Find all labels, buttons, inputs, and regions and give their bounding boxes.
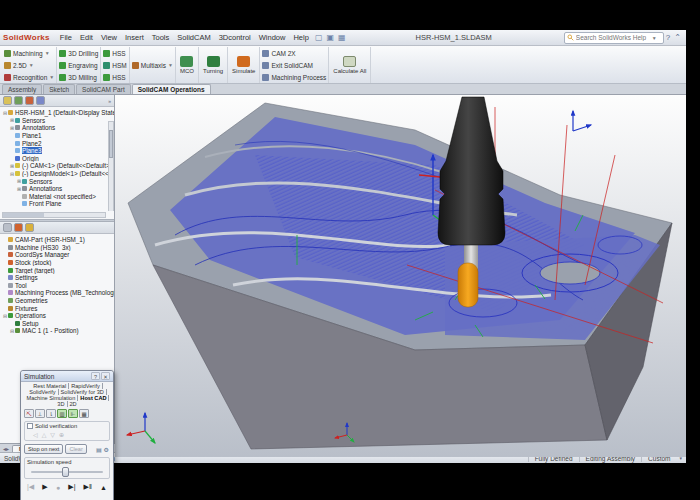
fit-icon[interactable]: ⊕ [59,431,64,438]
new-document-icon[interactable]: ▢ [313,33,325,42]
feature-tree-item-plane3[interactable]: Plane3 [2,147,114,155]
simulate-button[interactable]: Simulate [228,47,260,83]
menu-window[interactable]: Window [255,32,290,43]
feature-tree-item-sensors[interactable]: ⊞Sensors [2,117,114,125]
feature-tree-hscrollbar[interactable] [2,212,106,218]
grid-view-icon[interactable]: ▦ [79,409,89,418]
feature-tree-item-[interactable]: ⊞(-) CAM<1> (Default<<Default>_Appearanc… [2,162,114,170]
open-icon[interactable]: ▣ [324,33,336,42]
feature-tree-item-sensors[interactable]: ⊞Sensors [2,177,114,185]
solidcam-tools-icon[interactable] [25,223,34,232]
calculate-all-button[interactable]: Calculate All [329,47,371,83]
feature-tree-item-annotations[interactable]: ⊞Annotations [2,124,114,132]
recognition-button[interactable]: Recognition▼ [4,72,54,83]
solidcam-tree-icon[interactable] [3,223,12,232]
feature-tree-item-plane2[interactable]: Plane2 [2,139,114,147]
tab-sketch[interactable]: Sketch [43,84,75,94]
solidcam-tree-item-tool[interactable]: Tool [2,282,114,290]
table-view-icon[interactable]: ▥ [57,409,67,418]
property-manager-icon[interactable] [14,96,23,105]
down-icon[interactable]: ▽ [50,431,55,438]
configuration-manager-icon[interactable] [25,96,34,105]
search-dropdown-icon[interactable]: ▼ [652,35,657,41]
3d-milling-button[interactable]: 3D Milling [59,72,98,83]
solidcam-tree-item-mac[interactable]: ⊟MAC 1 (1 - Position) [2,327,114,335]
menu-solidcam[interactable]: SolidCAM [173,32,214,43]
tool-only-icon[interactable]: ⇂ [46,409,56,418]
menu-tools[interactable]: Tools [148,32,174,43]
turning-button[interactable]: Turning [199,47,228,83]
collapse-icon[interactable]: ⌃ [672,33,683,42]
3d-drilling-button[interactable]: 3D Drilling [59,48,98,59]
solidcam-tree-item-fixtures[interactable]: Fixtures [2,304,114,312]
multiaxis-button[interactable]: Multiaxis ▼ [132,60,173,71]
search-input[interactable] [574,33,652,42]
solidcam-process-icon[interactable] [14,223,23,232]
machining-process-button[interactable]: Machining Process [262,72,326,83]
solidcam-tree-item-operations[interactable]: ⊟Operations [2,312,114,320]
step-back-button[interactable]: |◀ [27,483,34,491]
tool-green-icon[interactable]: ⊩ [68,409,78,418]
mco-button[interactable]: MCO [176,47,199,83]
feature-tree-item-[interactable]: ⊟(-) DesignModel<1> (Default<<Default>_D… [2,170,114,178]
tab-scroll-icon[interactable]: ◂▸ [3,445,12,452]
feature-tree-item-plane1[interactable]: Plane1 [2,132,114,140]
step-forward-button[interactable]: ▶| [68,483,75,491]
speed-slider[interactable] [29,467,105,477]
solidcam-tree-item-target[interactable]: Target (target) [2,266,114,274]
feature-tree-item-annotations[interactable]: ⊞Annotations [2,185,114,193]
eject-button[interactable]: ▲ [100,484,107,491]
dialog-close-icon[interactable]: ✕ [101,372,110,380]
dimxpert-icon[interactable] [36,96,45,105]
feature-tree-item-origin[interactable]: Origin [2,155,114,163]
solidcam-tree-item-machine[interactable]: Machine (HS30_3x) [2,244,114,252]
tab-solidcam-operations[interactable]: SolidCAM Operations [132,84,211,94]
solidcam-tree-item-setup[interactable]: Setup [2,320,114,328]
rotate-icon[interactable]: ◁ [33,431,38,438]
panel-expand-icon[interactable]: » [108,98,111,104]
solidcam-tree-item-geometries[interactable]: Geometries [2,297,114,305]
machining-button[interactable]: Machining▼ [4,48,54,59]
up-icon[interactable]: △ [42,431,47,438]
stop-on-next-button[interactable]: Stop on next [24,444,63,454]
feature-tree-scrollbar[interactable] [108,121,114,211]
hsm-button[interactable]: HSM [103,60,126,71]
feature-tree-icon[interactable] [3,96,12,105]
solidcam-tree-item-settings[interactable]: Settings [2,274,114,282]
menu-file[interactable]: File [56,32,76,43]
play-button[interactable]: ▶ [42,483,47,491]
sim-tab-host-cad[interactable]: Host CAD [78,395,109,401]
solidcam-tree-item-stock[interactable]: Stock (stock) [2,259,114,267]
2-5d-button[interactable]: 2.5D▼ [4,60,54,71]
to-end-button[interactable]: ▶‖ [84,483,92,491]
menu-help[interactable]: Help [289,32,312,43]
show-tool-icon[interactable]: ⛏ [24,409,34,418]
menu-view[interactable]: View [97,32,121,43]
engraving-button[interactable]: Engraving [59,60,98,71]
menu-3dcontrol[interactable]: 3Dcontrol [215,32,255,43]
tool-settings-icon[interactable]: ⚙ [103,447,110,453]
feature-tree-item-front[interactable]: Front Plane [2,200,114,208]
solidcam-tree-item-cam-part[interactable]: CAM-Part (HSR-HSM_1) [2,236,114,244]
simulation-dialog-titlebar[interactable]: Simulation ? ✕ [21,371,113,382]
tool-holder-icon[interactable]: ⊥ [35,409,45,418]
search-box[interactable]: ▼ [564,32,664,44]
feature-tree-item-material[interactable]: Material <not specified> [2,193,114,201]
solid-verification-checkbox[interactable] [27,423,33,429]
cam-2x-button[interactable]: CAM 2X [262,48,326,59]
menu-edit[interactable]: Edit [76,32,97,43]
tab-solidcam-part[interactable]: SolidCAM Part [76,84,131,94]
layers-icon[interactable]: ▤ [95,447,103,453]
dialog-help-icon[interactable]: ? [91,372,100,380]
graphics-viewport[interactable] [115,95,686,443]
hss-button[interactable]: HSS [103,48,126,59]
save-icon[interactable]: ▦ [336,33,348,42]
feature-tree-item-hsr-hsm-1[interactable]: ⊟HSR-HSM_1 (Default<Display State-2>) [2,109,114,117]
solidcam-tree-item-coordsys[interactable]: CoordSys Manager [2,251,114,259]
tab-assembly[interactable]: Assembly [2,84,42,94]
help-icon[interactable]: ? [664,33,672,42]
clear-button[interactable]: Clear [65,444,86,454]
hss-button[interactable]: HSS [103,72,126,83]
menu-insert[interactable]: Insert [121,32,148,43]
simulation-dialog[interactable]: Simulation ? ✕ Rest MaterialRapidVerifyS… [20,370,114,500]
